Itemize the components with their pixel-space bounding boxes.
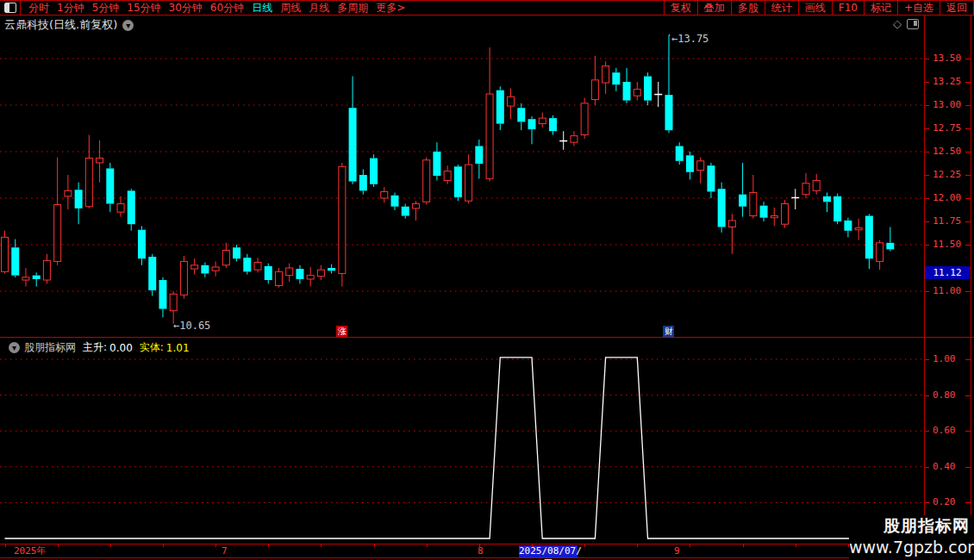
current-price-tag: 11.12 <box>925 266 970 279</box>
candle <box>791 189 799 209</box>
menu-item-60分钟[interactable]: 60分钟 <box>210 1 244 15</box>
candle <box>834 194 841 225</box>
indicator-axis-label: 0.40 <box>933 460 956 474</box>
menu-item-更多>[interactable]: 更多> <box>376 1 405 15</box>
menu-item-日线[interactable]: 日线 <box>252 1 272 15</box>
tools-menu: 复权叠加多股统计画线F10标记+自选返回 <box>664 1 974 15</box>
candle <box>739 163 746 217</box>
candle <box>75 183 83 225</box>
date-axis-tick <box>796 544 796 547</box>
candle <box>528 116 536 144</box>
candle <box>222 243 229 268</box>
candle <box>275 268 282 288</box>
candle <box>844 218 852 238</box>
candle <box>54 157 61 264</box>
candle <box>201 263 209 277</box>
candle <box>243 254 251 275</box>
watermark-url: www.7gpzb.com <box>849 537 970 557</box>
menu-item-5分钟[interactable]: 5分钟 <box>92 1 120 15</box>
candle <box>423 157 430 204</box>
price-axis-label: 12.25 <box>933 168 961 182</box>
price-axis-label: 13.00 <box>933 98 961 112</box>
right-border <box>971 16 971 558</box>
indicator-chevron-down-icon[interactable]: ▾ <box>9 342 20 353</box>
candle <box>328 264 335 274</box>
candle <box>454 165 462 201</box>
layout-toggle-button[interactable] <box>0 1 21 15</box>
indicator-chart[interactable] <box>0 338 924 544</box>
candle <box>802 173 809 198</box>
date-axis-tick <box>58 544 59 547</box>
date-axis-tick <box>427 544 428 547</box>
date-axis-tick <box>215 544 216 547</box>
candle <box>559 131 567 150</box>
date-axis[interactable]: 2025年7892025/08/07/四 <box>0 544 974 558</box>
candle <box>339 163 346 287</box>
candle <box>412 201 419 221</box>
menu-item-月线[interactable]: 月线 <box>309 1 329 15</box>
candle <box>307 267 314 287</box>
menu-item-周线[interactable]: 周线 <box>280 1 301 15</box>
candle <box>359 170 367 195</box>
event-marker-财[interactable]: 财 <box>663 326 674 337</box>
title-bar-icons: ◇ <box>893 18 919 30</box>
date-axis-tick <box>321 544 322 547</box>
candle <box>496 86 504 130</box>
chart-title: 云鼎科技(日线.前复权) <box>4 17 117 33</box>
candle <box>697 157 704 183</box>
menu-item-统计[interactable]: 统计 <box>765 1 798 15</box>
menu-item-15分钟[interactable]: 15分钟 <box>127 1 160 15</box>
candle <box>571 131 578 146</box>
candle <box>381 187 388 202</box>
menu-item-标记[interactable]: 标记 <box>864 1 897 15</box>
menu-item-返回[interactable]: 返回 <box>940 1 974 15</box>
candle <box>433 142 440 180</box>
candle <box>11 240 19 277</box>
menu-item-多股[interactable]: 多股 <box>731 1 765 15</box>
watermark: 股朋指标网 www.7gpzb.com <box>849 515 974 560</box>
candle <box>2 231 9 274</box>
menu-item-30分钟[interactable]: 30分钟 <box>169 1 203 15</box>
date-axis-tick <box>743 544 744 547</box>
indicator-field-2-value: 1.01 <box>166 342 190 354</box>
high-price-annotation: ←13.75 <box>671 33 709 45</box>
low-price-annotation: ←10.65 <box>173 320 210 332</box>
price-axis-label: 11.00 <box>933 284 961 298</box>
menu-item-复权[interactable]: 复权 <box>664 1 697 15</box>
date-highlight: 2025/08/07/四 <box>519 545 578 557</box>
candle <box>444 165 451 184</box>
candle <box>750 175 757 219</box>
period-menu: 分时1分钟5分钟15分钟30分钟60分钟日线周线月线多周期更多> <box>0 1 405 15</box>
candlestick-chart[interactable] <box>0 34 924 337</box>
candle <box>718 183 726 233</box>
menu-item-F10[interactable]: F10 <box>832 1 864 15</box>
price-axis-label: 12.75 <box>933 121 961 135</box>
menu-item-多周期[interactable]: 多周期 <box>337 1 368 15</box>
menu-item-分时[interactable]: 分时 <box>28 1 49 15</box>
split-panel-icon[interactable] <box>907 19 919 29</box>
indicator-axis-label: 0.60 <box>933 424 956 438</box>
candle <box>654 82 662 107</box>
menu-item-画线[interactable]: 画线 <box>798 1 832 15</box>
date-axis-tick <box>268 544 269 547</box>
menu-item-+自选[interactable]: +自选 <box>897 1 940 15</box>
candle <box>508 89 515 120</box>
candle <box>813 174 820 195</box>
candle <box>65 175 72 209</box>
candle <box>517 103 525 130</box>
candle <box>475 140 483 178</box>
event-marker-涨[interactable]: 涨 <box>336 326 347 337</box>
candle <box>296 265 303 284</box>
candle <box>159 277 166 317</box>
chevron-down-icon[interactable]: ▾ <box>122 20 134 31</box>
menu-item-叠加[interactable]: 叠加 <box>697 1 731 15</box>
candle <box>212 261 219 276</box>
indicator-axis-label: 0.20 <box>933 495 956 509</box>
menu-item-1分钟[interactable]: 1分钟 <box>57 1 84 15</box>
candle <box>85 135 92 208</box>
indicator-axis-label: 0.80 <box>933 389 956 402</box>
diamond-icon[interactable]: ◇ <box>893 18 902 30</box>
indicator-field-1-value: 0.00 <box>109 342 133 354</box>
candle <box>707 163 715 198</box>
candle <box>782 200 789 227</box>
